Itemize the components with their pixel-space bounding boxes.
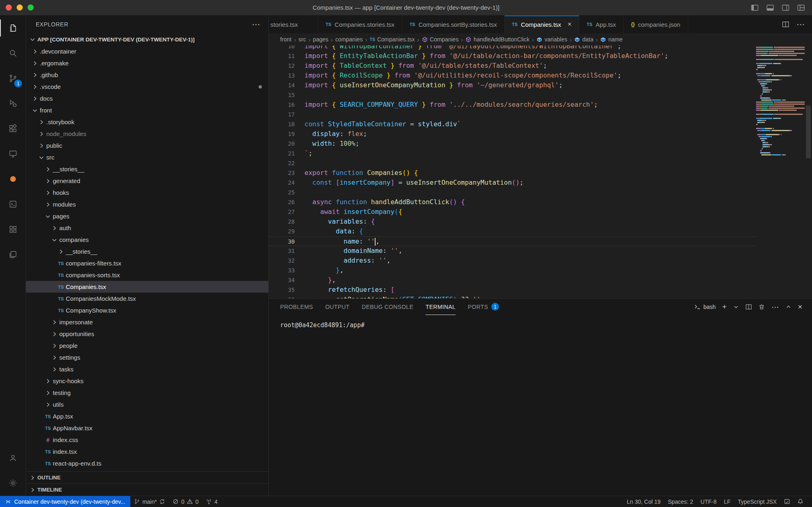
tree-item-react-app-env.d.ts[interactable]: TSreact-app-env.d.ts [26,457,268,469]
split-terminal-icon[interactable] [745,304,752,310]
tree-item-people[interactable]: people [26,340,268,352]
panel-tab-debug-console[interactable]: DEBUG CONSOLE [362,299,413,315]
tree-item-impersonate[interactable]: impersonate [26,316,268,328]
minimize-window-button[interactable] [17,4,23,11]
activity-settings[interactable] [0,470,26,496]
tree-item-hooks[interactable]: hooks [26,187,268,198]
toggle-secondary-sidebar-icon[interactable] [781,3,790,12]
tree-item-generated[interactable]: generated [26,175,268,187]
tree-item-.github[interactable]: .github [26,69,268,81]
toggle-primary-sidebar-icon[interactable] [750,3,759,12]
code-line-16[interactable]: 16import { SEARCH_COMPANY_QUERY } from '… [269,100,756,110]
minimap[interactable] [756,45,805,298]
code-line-15[interactable]: 15 [269,90,756,100]
tree-item-Companies.tsx[interactable]: TSCompanies.tsx [26,281,268,293]
code-line-33[interactable]: 33 }, [269,265,756,275]
close-panel-icon[interactable]: × [798,302,802,311]
forwarded-ports-status[interactable]: 4 [202,498,221,505]
problems-status[interactable]: 0 0 [169,498,202,505]
tree-item-companies[interactable]: companies [26,234,268,246]
tree-item-settings[interactable]: settings [26,352,268,363]
tab-Companies.sortBy.stories.tsx[interactable]: TSCompanies.sortBy.stories.tsx [402,15,505,33]
activity-remote-explorer[interactable] [0,141,26,166]
breadcrumb-item-variables[interactable]: variables [536,36,567,43]
code-line-10[interactable]: 10import { WithTopBarContainer } from '@… [269,45,756,51]
tree-item-companies-sorts.tsx[interactable]: TScompanies-sorts.tsx [26,269,268,281]
new-terminal-icon[interactable]: + [722,302,727,311]
code-line-19[interactable]: 19 display: flex; [269,129,756,139]
code-line-20[interactable]: 20 width: 100%; [269,139,756,149]
breadcrumb-item-src[interactable]: src [298,36,306,43]
tree-item-CompaniesMockMode.tsx[interactable]: TSCompaniesMockMode.tsx [26,293,268,304]
code-line-11[interactable]: 11import { EntityTableActionBar } from '… [269,51,756,61]
terminal-shell-selector[interactable]: bash [694,304,715,310]
zoom-window-button[interactable] [28,4,34,11]
encoding[interactable]: UTF-8 [697,498,720,505]
editor-more-actions-icon[interactable]: ⋯ [797,19,805,29]
code-line-14[interactable]: 14import { useInsertOneCompanyMutation }… [269,80,756,90]
indentation[interactable]: Spaces: 2 [664,498,697,505]
tree-item-src[interactable]: src [26,151,268,163]
panel-tab-ports[interactable]: PORTS1 [468,299,499,315]
tree-item-App.tsx[interactable]: TSApp.tsx [26,410,268,422]
tree-item-sync-hooks[interactable]: sync-hooks [26,375,268,387]
breadcrumb-item-front[interactable]: front [280,36,292,43]
activity-extensions[interactable] [0,116,26,141]
activity-extension-grid[interactable] [0,217,26,242]
tree-item-index.tsx[interactable]: TSindex.tsx [26,446,268,457]
maximize-panel-icon[interactable] [786,304,791,310]
cursor-position[interactable]: Ln 30, Col 19 [623,498,664,505]
tree-item-testing[interactable]: testing [26,387,268,399]
activity-accounts[interactable] [0,445,26,470]
breadcrumb-item-handleAddButtonClick[interactable]: handleAddButtonClick [465,36,529,43]
panel-more-actions-icon[interactable]: ⋯ [771,302,779,312]
tab-stories.tsx[interactable]: stories.tsx [269,15,318,33]
close-window-button[interactable] [6,4,12,11]
tree-item-index.css[interactable]: #index.css [26,434,268,446]
tab-companies.json[interactable]: {}companies.json [624,15,688,33]
activity-explorer[interactable] [0,15,26,41]
code-line-29[interactable]: 29 data: { [269,227,756,236]
activity-source-control[interactable]: 1 [0,66,26,91]
code-line-26[interactable]: 26 async function handleAddButtonClick()… [269,197,756,207]
tree-item-modules[interactable]: modules [26,198,268,210]
code-line-35[interactable]: 35 refetchQueries: [ [269,285,756,295]
breadcrumb-item-Companies[interactable]: Companies [422,36,459,43]
terminal-dropdown-icon[interactable] [733,304,739,310]
tree-item-front[interactable]: front [26,104,268,116]
panel-tab-terminal[interactable]: TERMINAL [425,299,456,315]
code-line-30[interactable]: 30 name: '', [269,236,756,246]
tree-item-tasks[interactable]: tasks [26,363,268,375]
kill-terminal-icon[interactable] [758,304,765,310]
panel-tab-output[interactable]: OUTPUT [325,299,350,315]
workspace-section-header[interactable]: APP [CONTAINER DEV-TWENTY-DEV (DEV-TWENT… [26,33,268,45]
tab-App.tsx[interactable]: TSApp.tsx [579,15,624,33]
code-line-28[interactable]: 28 variables: { [269,217,756,227]
activity-ergomake[interactable] [0,166,26,192]
code-area[interactable]: 10import { WithTopBarContainer } from '@… [269,45,756,298]
breadcrumb-item-companies[interactable]: companies [335,36,363,43]
notifications-bell-icon[interactable] [794,498,807,505]
code-line-12[interactable]: 12import { TableContext } from '@/ui/tab… [269,61,756,71]
close-tab-icon[interactable]: × [568,20,572,28]
panel-tab-problems[interactable]: PROBLEMS [280,299,313,315]
code-line-27[interactable]: 27 await insertCompany({ [269,207,756,217]
tab-Companies.tsx[interactable]: TSCompanies.tsx× [505,15,579,33]
tree-item-.vscode[interactable]: .vscode [26,81,268,93]
breadcrumb-item-pages[interactable]: pages [313,36,328,43]
tree-item-pages[interactable]: pages [26,210,268,222]
outline-section[interactable]: OUTLINE [26,471,268,483]
activity-search[interactable] [0,41,26,66]
code-line-18[interactable]: 18const StyledTableContainer = styled.di… [269,119,756,129]
eol-selector[interactable]: LF [720,498,734,505]
tree-item-auth[interactable]: auth [26,222,268,234]
editor-scrollbar[interactable] [805,45,812,298]
code-line-34[interactable]: 34 }, [269,275,756,285]
tree-item-node_modules[interactable]: node_modules [26,128,268,140]
code-line-22[interactable]: 22 [269,158,756,168]
activity-layers[interactable] [0,242,26,267]
git-branch-status[interactable]: main* [130,498,169,505]
code-line-21[interactable]: 21`; [269,149,756,158]
timeline-section[interactable]: TIMELINE [26,483,268,496]
terminal-output[interactable]: root@0a42ecd84891:/app# [269,315,812,329]
